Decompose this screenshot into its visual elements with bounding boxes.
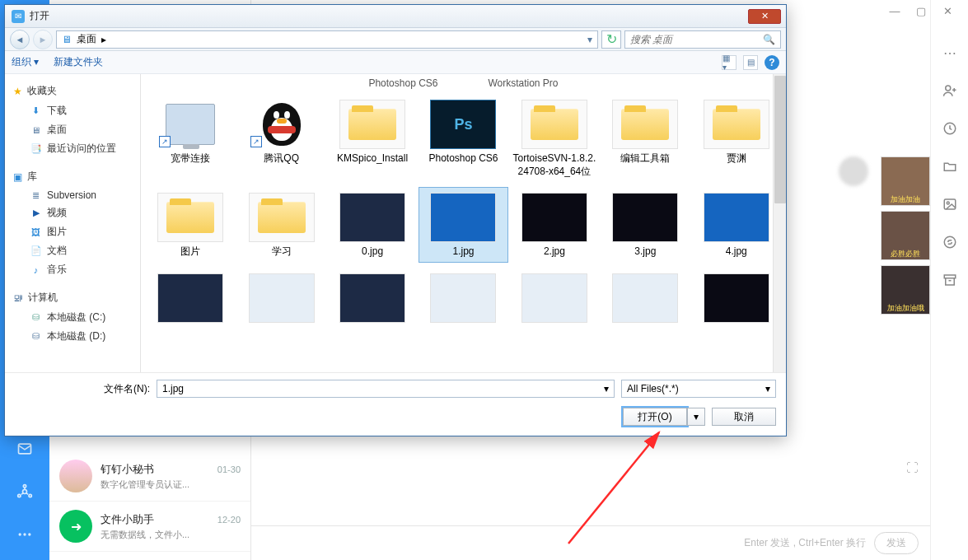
file-item[interactable]: KMSpico_Install — [328, 94, 417, 182]
sidebar-item[interactable]: 🖥桌面 — [8, 120, 137, 139]
archive-icon[interactable] — [942, 273, 957, 287]
conversation-name: 文件小助手 — [101, 512, 154, 527]
svg-point-3 — [29, 494, 31, 497]
file-item[interactable]: 编辑工具箱 — [601, 94, 690, 182]
conversation-item[interactable]: ➜ 文件小助手12-20 无需数据线，文件小... — [49, 502, 250, 552]
more-icon[interactable]: ⋯ — [942, 45, 957, 60]
file-item[interactable] — [419, 268, 507, 343]
preview-pane-button[interactable]: ▤ — [743, 55, 758, 70]
filename-input[interactable]: 1.jpg▾ — [157, 380, 615, 398]
path-bar[interactable]: 🖥 桌面 ▸ ▾ — [56, 30, 598, 49]
back-button[interactable]: ◄ — [10, 30, 30, 49]
sidebar-item-icon: 🖥 — [30, 124, 42, 136]
network-icon[interactable] — [16, 483, 34, 501]
image-icon[interactable] — [942, 197, 957, 212]
file-item[interactable] — [601, 268, 690, 343]
forward-button[interactable]: ► — [33, 30, 53, 49]
scrollbar-thumb[interactable] — [774, 76, 786, 203]
qq-icon: ↗ — [249, 100, 315, 149]
search-input[interactable]: 🔍 — [624, 30, 781, 49]
file-item[interactable] — [236, 268, 325, 343]
file-item[interactable] — [510, 268, 599, 343]
clock-icon[interactable] — [942, 121, 957, 136]
sidebar-item[interactable]: ♪音乐 — [8, 260, 137, 279]
truncated-label: Workstation Pro — [488, 77, 558, 89]
file-item[interactable] — [328, 268, 417, 343]
chevron-down-icon[interactable]: ▾ — [604, 383, 609, 394]
file-item[interactable]: TortoiseSVN-1.8.2.24708-x64_64位 — [510, 94, 599, 182]
close-button[interactable]: ✕ — [942, 5, 953, 16]
send-button[interactable]: 发送 — [874, 532, 919, 554]
conversation-item[interactable]: 钉钉小秘书01-30 数字化管理专员认证... — [49, 451, 250, 502]
minimize-button[interactable]: — — [889, 5, 900, 16]
avatar: ➜ — [59, 510, 92, 543]
image-thumbnail-icon — [521, 273, 587, 323]
open-split-button[interactable]: ▾ — [687, 408, 705, 426]
file-item[interactable]: 4.jpg — [692, 187, 781, 263]
search-icon[interactable]: 🔍 — [763, 34, 775, 45]
file-item[interactable]: 2.jpg — [510, 187, 599, 263]
sidebar-library-header[interactable]: ▣库 — [8, 166, 137, 187]
open-button[interactable]: 打开(O) — [623, 408, 687, 426]
sidebar-item-icon: ⛁ — [30, 331, 42, 343]
chevron-right-icon[interactable]: ▸ — [101, 34, 106, 45]
dialog-close-button[interactable]: ✕ — [748, 9, 781, 24]
file-item[interactable] — [146, 268, 235, 343]
more-icon[interactable] — [16, 525, 34, 544]
file-item[interactable]: 3.jpg — [601, 187, 690, 263]
file-item[interactable]: PsPhotoshop CS6 — [419, 94, 507, 182]
sidebar-item[interactable]: ⬇下载 — [8, 101, 137, 120]
link-icon[interactable] — [942, 235, 957, 250]
file-item[interactable] — [692, 268, 781, 343]
connection-icon: ↗ — [157, 100, 223, 149]
sidebar-item[interactable]: 📑最近访问的位置 — [8, 139, 137, 158]
help-icon[interactable]: ? — [765, 55, 779, 70]
new-folder-button[interactable]: 新建文件夹 — [54, 55, 103, 69]
sticker-thumb[interactable]: 加油加油哦 — [881, 265, 930, 315]
chevron-down-icon[interactable]: ▾ — [587, 34, 592, 45]
sticker-thumb[interactable]: 加油加油 — [881, 156, 930, 206]
file-item[interactable]: ↗腾讯QQ — [236, 94, 325, 182]
sidebar-item[interactable]: 📄文档 — [8, 241, 137, 260]
cancel-button[interactable]: 取消 — [712, 408, 776, 426]
file-item[interactable]: 1.jpg — [419, 187, 507, 263]
sidebar-item-icon: ♪ — [30, 264, 42, 276]
maximize-button[interactable]: ▢ — [915, 5, 927, 16]
file-item[interactable]: 贾渊 — [692, 94, 781, 182]
file-item[interactable]: ↗宽带连接 — [146, 94, 235, 182]
scrollbar[interactable] — [773, 74, 786, 372]
svg-point-11 — [947, 202, 949, 204]
sidebar-item-label: 桌面 — [47, 123, 67, 137]
chevron-down-icon[interactable]: ▾ — [765, 383, 770, 394]
sidebar-item[interactable]: ▶视频 — [8, 203, 137, 222]
file-item[interactable]: 图片 — [146, 187, 235, 263]
conversation-preview: 无需数据线，文件小... — [101, 529, 241, 541]
image-thumbnail-icon — [612, 273, 678, 323]
sidebar-favorites-header[interactable]: ★收藏夹 — [8, 81, 137, 101]
refresh-button[interactable]: ↻ — [601, 30, 621, 49]
shortcut-badge-icon: ↗ — [250, 136, 262, 147]
file-label: 0.jpg — [362, 245, 383, 259]
file-label: KMSpico_Install — [337, 152, 408, 166]
file-item[interactable]: 学习 — [236, 187, 325, 263]
view-options-button[interactable]: ▦ ▾ — [722, 55, 737, 70]
search-field[interactable] — [630, 34, 754, 45]
organize-menu[interactable]: 组织 ▾ — [12, 55, 39, 69]
folder-icon[interactable] — [942, 159, 957, 174]
message-icon[interactable] — [16, 440, 34, 458]
filetype-select[interactable]: All Files(*.*)▾ — [621, 380, 776, 398]
path-segment[interactable]: 桌面 — [77, 32, 96, 46]
sticker-thumb[interactable]: 必胜必胜 — [881, 211, 930, 260]
sidebar-item[interactable]: 🖼图片 — [8, 222, 137, 241]
file-label: 学习 — [272, 245, 292, 259]
sidebar-item[interactable]: ⛁本地磁盘 (D:) — [8, 327, 137, 346]
sidebar-item[interactable]: ⛁本地磁盘 (C:) — [8, 308, 137, 327]
expand-icon[interactable]: ⛶ — [906, 460, 919, 474]
sidebar-item[interactable]: ≣Subversion — [8, 187, 137, 203]
sidebar-computer-header[interactable]: 🖳计算机 — [8, 287, 137, 308]
sidebar-item-label: 图片 — [47, 225, 67, 239]
file-item[interactable]: 0.jpg — [328, 187, 417, 263]
add-user-icon[interactable] — [942, 83, 957, 98]
folder-icon — [521, 100, 587, 149]
file-list[interactable]: Photoshop CS6 Workstation Pro ↗宽带连接↗腾讯QQ… — [141, 74, 786, 372]
